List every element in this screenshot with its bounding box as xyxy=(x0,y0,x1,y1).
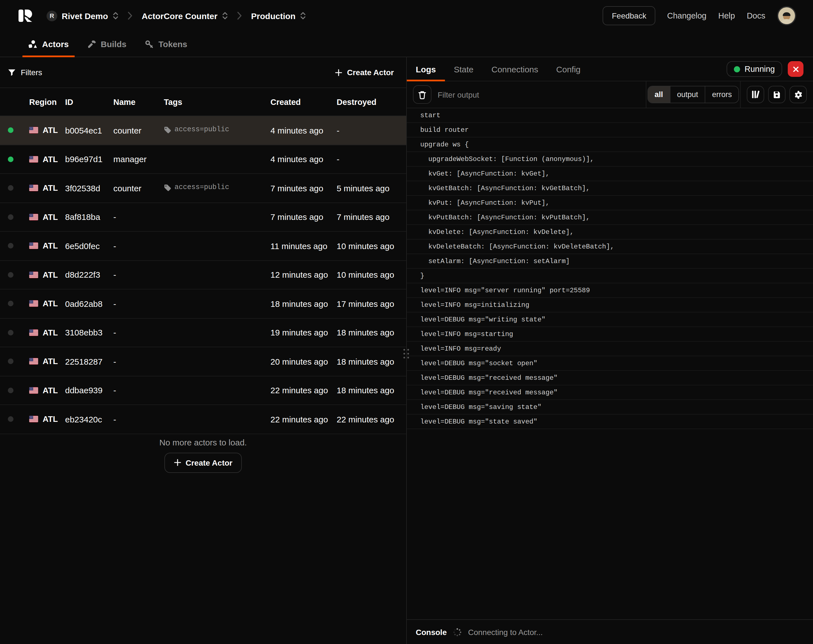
actor-id: d8d222f3 xyxy=(58,270,107,280)
actor-tag-label: access=public xyxy=(175,184,229,192)
actor-id: 0ad62ab8 xyxy=(58,299,107,308)
clear-logs-button[interactable] xyxy=(413,85,431,104)
tab-config[interactable]: Config xyxy=(547,57,590,81)
breadcrumb-namespace[interactable]: ActorCore Counter xyxy=(137,8,232,24)
actor-created: 7 minutes ago xyxy=(264,212,330,222)
save-button[interactable] xyxy=(768,86,785,103)
breadcrumb-project-label: Rivet Demo xyxy=(62,11,108,20)
log-mode-segmented: all output errors xyxy=(647,86,739,103)
detail-tabs-row: Logs State Connections Config Running xyxy=(407,57,813,81)
docs-link[interactable]: Docs xyxy=(747,11,765,20)
actor-status-dot xyxy=(8,156,14,162)
create-actor-button-top[interactable]: Create Actor xyxy=(331,64,398,80)
actor-created: 22 minutes ago xyxy=(264,414,330,424)
table-row[interactable]: ATL 3f02538d counter access=public 7 min… xyxy=(0,174,406,203)
actor-id: ddbae939 xyxy=(58,386,107,395)
actor-id: 22518287 xyxy=(58,357,107,366)
actor-name: counter xyxy=(107,126,157,135)
actor-created: 20 minutes ago xyxy=(264,357,330,366)
log-line: level=DEBUG msg="saving state" xyxy=(407,400,813,414)
actor-id: 3f02538d xyxy=(58,184,107,193)
close-button[interactable] xyxy=(788,61,804,77)
log-list: startbuild routerupgrade ws { upgradeWeb… xyxy=(407,108,813,429)
log-line: build router xyxy=(407,123,813,138)
table-row[interactable]: ATL d8d222f3 - 12 minutes ago 10 minutes… xyxy=(0,261,406,290)
actor-status-dot xyxy=(8,243,14,249)
shapes-icon xyxy=(28,40,38,49)
log-line: } xyxy=(407,269,813,283)
actor-status-dot xyxy=(8,301,14,307)
help-link[interactable]: Help xyxy=(718,11,735,20)
mode-all[interactable]: all xyxy=(648,86,670,103)
tab-state[interactable]: State xyxy=(445,57,483,81)
mode-errors[interactable]: errors xyxy=(705,86,739,103)
actors-panel: Filters Create Actor Region ID Name Tags… xyxy=(0,57,407,644)
actor-status-dot xyxy=(8,417,14,422)
panel-resize-handle[interactable] xyxy=(403,349,409,359)
tab-builds[interactable]: Builds xyxy=(81,31,132,57)
log-line: kvPutBatch: [AsyncFunction: kvPutBatch], xyxy=(407,210,813,225)
actor-created: 19 minutes ago xyxy=(264,328,330,337)
table-row[interactable]: ATL 8af818ba - 7 minutes ago 7 minutes a… xyxy=(0,203,406,232)
table-row[interactable]: ATL ddbae939 - 22 minutes ago 18 minutes… xyxy=(0,376,406,405)
actor-destroyed: 10 minutes ago xyxy=(330,241,406,251)
us-flag-icon xyxy=(29,387,38,394)
table-row[interactable]: ATL 22518287 - 20 minutes ago 18 minutes… xyxy=(0,347,406,376)
tab-logs[interactable]: Logs xyxy=(407,57,445,81)
actor-region: ATL xyxy=(43,241,58,250)
mode-output[interactable]: output xyxy=(670,86,705,103)
actor-destroyed: 5 minutes ago xyxy=(330,184,406,193)
table-row[interactable]: ATL b96e97d1 manager 4 minutes ago - xyxy=(0,145,406,174)
actor-name: counter xyxy=(107,184,157,193)
console-label: Console xyxy=(416,627,446,636)
table-row[interactable]: ATL eb23420c - 22 minutes ago 22 minutes… xyxy=(0,405,406,434)
log-line: kvGet: [AsyncFunction: kvGet], xyxy=(407,167,813,181)
actor-id: 8af818ba xyxy=(58,212,107,222)
actor-region: ATL xyxy=(43,270,58,279)
tag-icon xyxy=(164,126,171,133)
create-actor-button-bottom[interactable]: Create Actor xyxy=(164,452,242,472)
log-line: level=INFO msg=starting xyxy=(407,327,813,342)
filters-button[interactable]: Filters xyxy=(8,68,42,77)
chevron-updown-icon xyxy=(112,12,118,20)
actor-region: ATL xyxy=(43,299,58,308)
gear-button[interactable] xyxy=(790,86,807,103)
table-row[interactable]: ATL 0ad62ab8 - 18 minutes ago 17 minutes… xyxy=(0,290,406,318)
trash-icon xyxy=(418,90,426,99)
library-icon xyxy=(751,90,760,99)
rivet-logo[interactable] xyxy=(18,9,32,22)
filters-row: Filters Create Actor xyxy=(0,57,406,88)
top-bar: R Rivet Demo ActorCore Counter xyxy=(0,0,813,31)
chevron-updown-icon xyxy=(300,12,305,20)
filter-output-input[interactable] xyxy=(438,90,640,99)
feedback-button[interactable]: Feedback xyxy=(603,6,655,25)
log-line: level=INFO msg=ready xyxy=(407,342,813,356)
plus-icon xyxy=(335,69,342,76)
actor-destroyed: - xyxy=(330,155,406,164)
table-header: Region ID Name Tags Created Destroyed xyxy=(0,88,406,116)
chevron-updown-icon xyxy=(222,12,227,20)
changelog-link[interactable]: Changelog xyxy=(667,11,706,20)
table-row[interactable]: ATL 3108ebb3 - 19 minutes ago 18 minutes… xyxy=(0,318,406,347)
log-line: level=DEBUG msg="socket open" xyxy=(407,356,813,371)
us-flag-icon xyxy=(29,301,38,307)
table-row[interactable]: ATL 6e5d0fec - 11 minutes ago 10 minutes… xyxy=(0,232,406,261)
gear-icon xyxy=(794,90,802,99)
actor-created: 4 minutes ago xyxy=(264,126,330,135)
library-button[interactable] xyxy=(747,86,764,103)
log-line: kvDeleteBatch: [AsyncFunction: kvDeleteB… xyxy=(407,239,813,254)
save-icon xyxy=(773,90,781,99)
tab-tokens[interactable]: Tokens xyxy=(140,31,193,57)
user-avatar[interactable] xyxy=(777,6,796,25)
table-row[interactable]: ATL b0054ec1 counter access=public 4 min… xyxy=(0,116,406,145)
actor-created: 12 minutes ago xyxy=(264,270,330,280)
console-bar: Console Connecting to Actor... xyxy=(407,619,813,644)
tab-actors[interactable]: Actors xyxy=(23,31,74,57)
us-flag-icon xyxy=(29,358,38,365)
breadcrumb-project[interactable]: R Rivet Demo xyxy=(42,7,123,25)
col-name: Name xyxy=(107,97,157,106)
breadcrumb-environment[interactable]: Production xyxy=(247,8,310,24)
actor-region: ATL xyxy=(43,328,58,337)
chevron-right-icon xyxy=(128,12,132,20)
tab-connections[interactable]: Connections xyxy=(483,57,547,81)
